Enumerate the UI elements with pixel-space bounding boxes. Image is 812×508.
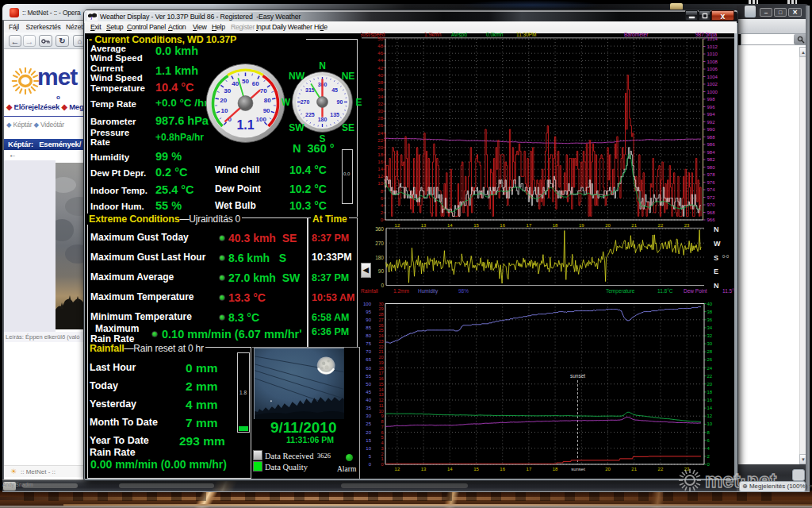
svg-text:1.1: 1.1 bbox=[236, 118, 254, 132]
svg-text:6: 6 bbox=[381, 196, 384, 201]
svg-text:18: 18 bbox=[378, 366, 383, 371]
svg-text:40: 40 bbox=[707, 302, 713, 306]
svg-text:10: 10 bbox=[220, 107, 228, 114]
svg-text:2: 2 bbox=[381, 452, 383, 456]
svg-text:36: 36 bbox=[377, 87, 383, 92]
svg-text:8: 8 bbox=[707, 430, 710, 435]
svg-text:38: 38 bbox=[377, 80, 383, 85]
svg-text:24: 24 bbox=[378, 333, 383, 338]
svg-text:20: 20 bbox=[220, 97, 227, 104]
svg-text:16: 16 bbox=[500, 467, 505, 471]
svg-text:19: 19 bbox=[579, 223, 584, 228]
svg-text:12: 12 bbox=[395, 467, 400, 471]
svg-text:14: 14 bbox=[707, 406, 713, 410]
svg-text:11:30PM: 11:30PM bbox=[516, 32, 537, 37]
svg-text:sunset: sunset bbox=[570, 373, 585, 379]
svg-text:970: 970 bbox=[707, 202, 716, 207]
svg-text:50: 50 bbox=[366, 382, 371, 387]
svg-text:28: 28 bbox=[377, 116, 383, 121]
svg-text:28: 28 bbox=[707, 349, 713, 354]
svg-text:46: 46 bbox=[377, 51, 383, 56]
svg-text:50: 50 bbox=[242, 78, 249, 85]
svg-text:16: 16 bbox=[378, 376, 383, 381]
svg-text:23: 23 bbox=[378, 339, 383, 344]
svg-text:E: E bbox=[355, 97, 362, 108]
svg-text:22: 22 bbox=[377, 138, 383, 143]
svg-text:18: 18 bbox=[553, 223, 558, 228]
svg-text:15: 15 bbox=[378, 382, 383, 387]
svg-text:Barometer: Barometer bbox=[624, 32, 649, 37]
svg-text:22: 22 bbox=[658, 467, 664, 471]
svg-text:N: N bbox=[714, 225, 719, 233]
svg-text:SW: SW bbox=[289, 122, 304, 133]
svg-text:0: 0 bbox=[381, 283, 384, 288]
svg-text:32: 32 bbox=[707, 333, 713, 338]
svg-text:1006: 1006 bbox=[707, 67, 718, 71]
svg-text:5: 5 bbox=[369, 454, 372, 459]
svg-text:0: 0 bbox=[381, 462, 383, 467]
svg-text:25: 25 bbox=[366, 421, 371, 426]
svg-text:80: 80 bbox=[264, 97, 271, 104]
svg-text:20: 20 bbox=[605, 467, 611, 471]
svg-text:16: 16 bbox=[500, 223, 505, 228]
svg-text:48: 48 bbox=[377, 44, 383, 48]
svg-text:28: 28 bbox=[378, 312, 383, 317]
svg-text:13: 13 bbox=[421, 223, 427, 228]
svg-text:20: 20 bbox=[377, 145, 383, 150]
svg-text:25: 25 bbox=[378, 328, 383, 333]
svg-text:80: 80 bbox=[366, 333, 371, 338]
svg-text:14: 14 bbox=[377, 167, 383, 171]
svg-text:N: N bbox=[714, 282, 719, 290]
svg-text:S: S bbox=[714, 254, 718, 262]
svg-text:998: 998 bbox=[707, 97, 716, 102]
svg-text:180: 180 bbox=[318, 117, 327, 122]
svg-text:16: 16 bbox=[377, 160, 383, 164]
svg-text:21: 21 bbox=[378, 349, 383, 354]
svg-text:4: 4 bbox=[381, 441, 383, 445]
svg-text:19: 19 bbox=[378, 360, 383, 365]
svg-text:W: W bbox=[282, 97, 291, 108]
svg-text:990: 990 bbox=[707, 127, 716, 132]
svg-text:23: 23 bbox=[684, 223, 690, 228]
svg-text:20: 20 bbox=[378, 355, 383, 360]
svg-text:30: 30 bbox=[377, 109, 383, 114]
svg-text:sunset: sunset bbox=[571, 467, 585, 471]
svg-text:44: 44 bbox=[377, 58, 383, 63]
svg-text:12: 12 bbox=[707, 414, 713, 418]
svg-text:30: 30 bbox=[366, 414, 371, 418]
svg-text:24: 24 bbox=[377, 131, 383, 136]
svg-text:40: 40 bbox=[366, 398, 371, 402]
svg-text:1000: 1000 bbox=[707, 90, 718, 94]
svg-text:992: 992 bbox=[707, 120, 716, 125]
svg-text:976: 976 bbox=[707, 180, 716, 185]
svg-text:60: 60 bbox=[252, 80, 259, 87]
svg-text:24: 24 bbox=[707, 366, 713, 371]
svg-text:30: 30 bbox=[707, 341, 713, 346]
svg-text:180: 180 bbox=[375, 255, 384, 260]
svg-text:26: 26 bbox=[377, 123, 383, 128]
svg-text:1010: 1010 bbox=[707, 52, 718, 56]
svg-text:Dew Point: Dew Point bbox=[684, 288, 707, 294]
svg-text:10: 10 bbox=[378, 409, 383, 414]
svg-text:30: 30 bbox=[378, 302, 383, 306]
svg-text:13: 13 bbox=[378, 392, 383, 397]
svg-text:270: 270 bbox=[301, 99, 310, 105]
svg-text:20: 20 bbox=[366, 430, 371, 435]
svg-text:50: 50 bbox=[377, 37, 383, 41]
svg-text:S: S bbox=[319, 133, 325, 144]
svg-text:90: 90 bbox=[263, 107, 270, 114]
svg-text:14: 14 bbox=[447, 223, 453, 228]
svg-text:8: 8 bbox=[381, 419, 383, 424]
svg-text:11.8°C: 11.8°C bbox=[657, 288, 673, 294]
svg-text:10: 10 bbox=[377, 181, 383, 186]
svg-text:996: 996 bbox=[707, 105, 716, 110]
svg-text:1008: 1008 bbox=[707, 60, 718, 64]
svg-text:SE: SE bbox=[342, 122, 354, 133]
svg-text:10: 10 bbox=[707, 421, 713, 426]
svg-text:11.5°C: 11.5°C bbox=[722, 288, 734, 294]
svg-text:21: 21 bbox=[631, 467, 637, 471]
svg-text:90: 90 bbox=[337, 99, 343, 105]
svg-text:45: 45 bbox=[366, 390, 371, 394]
svg-text:994: 994 bbox=[707, 112, 716, 117]
svg-text:1.9kmh: 1.9kmh bbox=[424, 32, 442, 37]
